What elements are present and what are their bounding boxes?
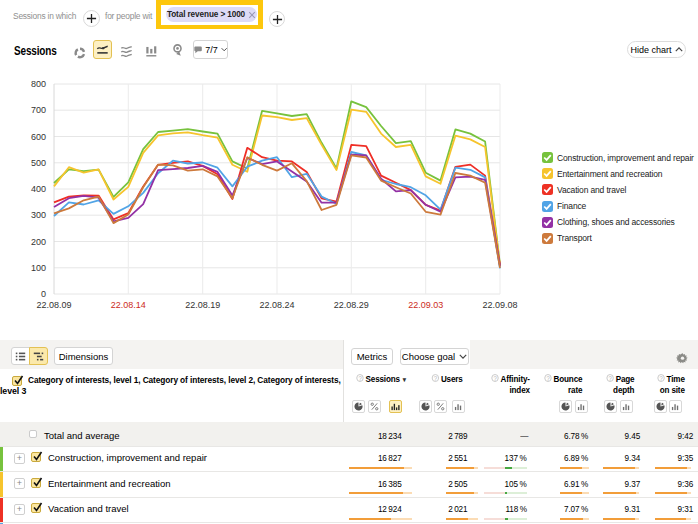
svg-text:22.08.19: 22.08.19: [185, 300, 220, 310]
svg-text:700: 700: [31, 105, 46, 115]
svg-text:400: 400: [31, 184, 46, 194]
svg-text:100: 100: [31, 263, 46, 273]
svg-text:300: 300: [31, 210, 46, 220]
svg-text:22.08.09: 22.08.09: [36, 300, 71, 310]
svg-text:22.09.08: 22.09.08: [482, 300, 517, 310]
svg-text:22.08.24: 22.08.24: [259, 300, 294, 310]
svg-text:800: 800: [31, 79, 46, 89]
svg-text:22.08.14: 22.08.14: [111, 300, 146, 310]
svg-text:500: 500: [31, 158, 46, 168]
svg-text:22.08.29: 22.08.29: [334, 300, 369, 310]
svg-text:0: 0: [41, 289, 46, 299]
svg-text:22.09.03: 22.09.03: [408, 300, 443, 310]
svg-text:200: 200: [31, 237, 46, 247]
svg-text:600: 600: [31, 132, 46, 142]
